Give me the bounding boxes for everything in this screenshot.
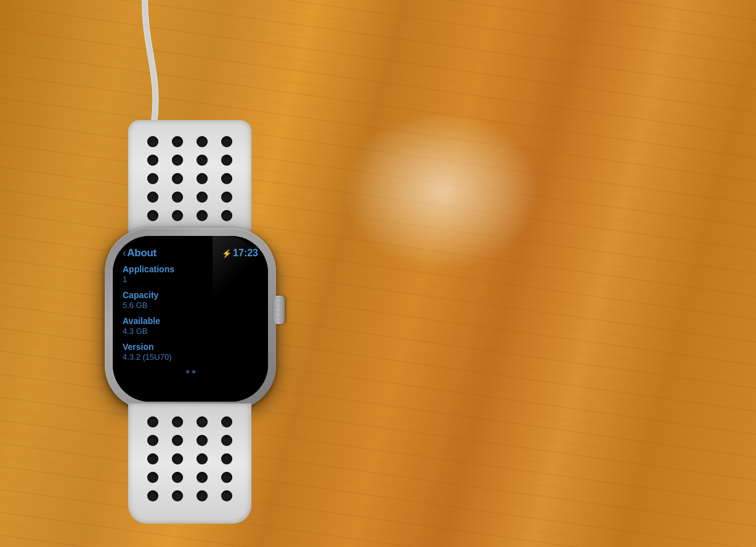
band-hole bbox=[172, 416, 183, 427]
version-row: Version 4.3.2 (15U70) bbox=[123, 342, 258, 362]
band-hole bbox=[197, 192, 208, 203]
scroll-dot-1 bbox=[186, 370, 189, 373]
capacity-value: 5.6 GB bbox=[123, 301, 258, 310]
band-hole bbox=[147, 155, 158, 166]
band-hole bbox=[197, 155, 208, 166]
band-hole bbox=[147, 435, 158, 446]
band-hole bbox=[221, 210, 232, 221]
band-hole bbox=[197, 490, 208, 501]
watch-body: ‹ About ⚡ 17:23 Applications 1 Capacity … bbox=[105, 228, 276, 410]
version-value: 4.3.2 (15U70) bbox=[123, 352, 258, 362]
band-hole bbox=[147, 173, 158, 184]
band-hole bbox=[221, 472, 232, 483]
band-hole bbox=[221, 173, 232, 184]
band-hole bbox=[147, 192, 158, 203]
band-hole bbox=[172, 490, 183, 501]
scroll-indicator bbox=[123, 370, 258, 373]
band-hole bbox=[221, 416, 232, 427]
crown-line bbox=[275, 321, 283, 322]
band-hole bbox=[147, 416, 158, 427]
back-chevron-icon: ‹ bbox=[123, 248, 126, 259]
available-label: Available bbox=[123, 316, 258, 326]
band-bottom bbox=[128, 403, 251, 524]
band-hole bbox=[221, 435, 232, 446]
band-hole bbox=[221, 192, 232, 203]
available-value: 4.3 GB bbox=[123, 326, 258, 336]
band-hole bbox=[172, 136, 183, 147]
band-hole bbox=[221, 155, 232, 166]
band-hole bbox=[197, 416, 208, 427]
band-hole bbox=[197, 136, 208, 147]
apple-watch: ‹ About ⚡ 17:23 Applications 1 Capacity … bbox=[91, 120, 325, 440]
band-holes-bottom bbox=[128, 403, 251, 524]
band-hole bbox=[172, 155, 183, 166]
band-hole bbox=[197, 435, 208, 446]
watch-screen[interactable]: ‹ About ⚡ 17:23 Applications 1 Capacity … bbox=[113, 236, 268, 402]
scroll-dot-2 bbox=[192, 370, 195, 373]
screen-header: ‹ About ⚡ 17:23 bbox=[123, 247, 258, 259]
band-hole bbox=[172, 210, 183, 221]
band-hole bbox=[172, 453, 183, 464]
capacity-label: Capacity bbox=[123, 290, 258, 300]
applications-label: Applications bbox=[123, 264, 258, 274]
charging-icon: ⚡ bbox=[222, 249, 232, 258]
crown-line bbox=[275, 307, 283, 308]
band-hole bbox=[172, 435, 183, 446]
crown-line bbox=[275, 312, 283, 312]
band-hole bbox=[197, 453, 208, 464]
about-title[interactable]: About bbox=[127, 247, 156, 259]
band-hole bbox=[197, 210, 208, 221]
band-hole bbox=[147, 453, 158, 464]
applications-row: Applications 1 bbox=[123, 264, 258, 284]
band-hole bbox=[197, 472, 208, 483]
band-hole bbox=[197, 173, 208, 184]
band-hole bbox=[147, 472, 158, 483]
time-display: 17:23 bbox=[233, 248, 258, 259]
crown-line bbox=[275, 302, 283, 303]
status-bar: ⚡ 17:23 bbox=[222, 248, 258, 259]
back-navigation[interactable]: ‹ About bbox=[123, 247, 156, 259]
screen-content: ‹ About ⚡ 17:23 Applications 1 Capacity … bbox=[113, 236, 268, 402]
band-hole bbox=[147, 490, 158, 501]
band-hole bbox=[221, 453, 232, 464]
band-top bbox=[128, 120, 251, 234]
band-hole bbox=[172, 173, 183, 184]
available-row: Available 4.3 GB bbox=[123, 316, 258, 336]
band-hole bbox=[147, 136, 158, 147]
crown-line bbox=[275, 317, 283, 317]
capacity-row: Capacity 5.6 GB bbox=[123, 290, 258, 310]
crown-line bbox=[275, 298, 283, 299]
applications-value: 1 bbox=[123, 275, 258, 284]
table-glare bbox=[343, 111, 540, 271]
band-hole bbox=[147, 210, 158, 221]
band-hole bbox=[172, 472, 183, 483]
band-hole bbox=[221, 490, 232, 501]
band-hole bbox=[172, 192, 183, 203]
digital-crown[interactable] bbox=[274, 296, 285, 324]
crown-texture bbox=[275, 298, 283, 322]
band-hole bbox=[221, 136, 232, 147]
version-label: Version bbox=[123, 342, 258, 352]
band-holes-top bbox=[128, 120, 251, 234]
